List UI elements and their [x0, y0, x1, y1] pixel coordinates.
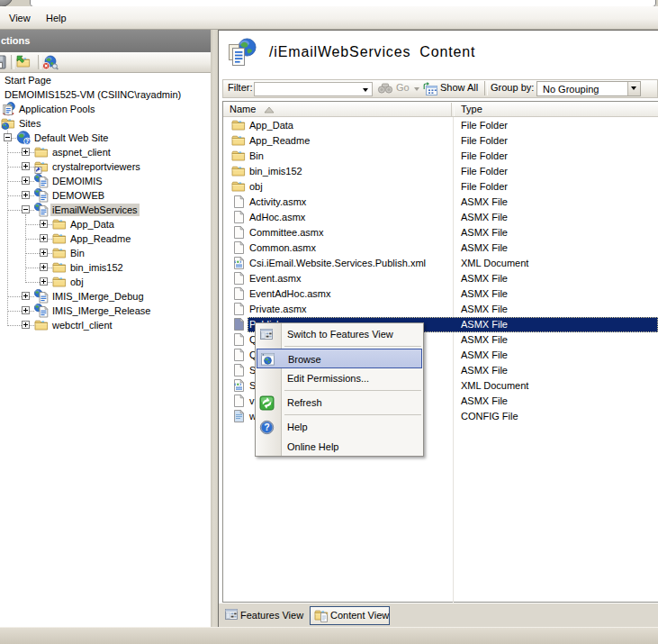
list-row-0[interactable]: App_DataFile Folder	[223, 118, 658, 133]
list-row-10[interactable]: Event.asmxASMX File	[223, 271, 658, 286]
tree-item-app-readme[interactable]: App_Readme	[0, 231, 211, 246]
show-all-button[interactable]: Show All	[440, 82, 478, 93]
file-type: ASMX File	[461, 349, 508, 361]
filter-input[interactable]	[254, 82, 373, 96]
file-name: bin_imis152	[249, 166, 302, 177]
tree-item-label[interactable]: iEmailWebServices	[50, 204, 140, 216]
tree-expander-plus[interactable]	[22, 162, 30, 170]
tree-item-imis-imerge-release[interactable]: IMIS_IMerge_Release	[0, 304, 211, 318]
tree-expander-plus[interactable]	[40, 263, 48, 271]
list-row-9[interactable]: Csi.iEmail.Website.Services.Publish.xmlX…	[223, 256, 658, 271]
menu-help[interactable]: Help	[44, 11, 68, 25]
folder-icon	[231, 164, 246, 178]
tree-item-application-pools[interactable]: Application Pools	[0, 102, 211, 116]
tree-expander-minus[interactable]	[22, 205, 30, 213]
menu-item-refresh[interactable]: Refresh	[257, 393, 422, 413]
column-header-type[interactable]: Type	[461, 104, 482, 114]
tree-item-bin-imis152[interactable]: bin_imis152	[0, 260, 211, 275]
list-row-3[interactable]: bin_imis152File Folder	[223, 164, 658, 179]
tree-item-iemailwebservices[interactable]: iEmailWebServices	[0, 203, 211, 217]
save-connections-icon[interactable]	[0, 55, 6, 69]
tree-expander-plus[interactable]	[40, 249, 48, 257]
tree-expander-plus[interactable]	[40, 220, 48, 228]
tree-item-label[interactable]: App_Data	[68, 218, 116, 231]
menu-item-help[interactable]: ?Help	[257, 417, 422, 437]
menu-item-online-help[interactable]: Online Help	[257, 437, 422, 457]
tree-item-label[interactable]: IMIS_IMerge_Debug	[50, 290, 146, 303]
tree-expander-plus[interactable]	[22, 292, 30, 300]
filter-dropdown-button[interactable]	[360, 83, 372, 95]
file-name: v	[249, 395, 255, 407]
menu-item-edit-permissions-[interactable]: Edit Permissions...	[257, 368, 422, 388]
tree-item-label[interactable]: IMIS_IMerge_Release	[50, 304, 152, 317]
tree-expander-plus[interactable]	[22, 148, 30, 156]
delete-connection-icon[interactable]	[42, 55, 59, 70]
tree-item-demoimis[interactable]: DEMOIMIS	[0, 174, 211, 188]
tab-content-view[interactable]: Content View	[310, 606, 390, 625]
tree-item-label[interactable]: bin_imis152	[68, 261, 125, 274]
tree-item-aspnet-client[interactable]: aspnet_client	[0, 145, 211, 159]
tree-item-sites[interactable]: Sites	[0, 116, 211, 131]
tree-item-start-page[interactable]: Start Page	[0, 73, 211, 87]
file-type: ASMX File	[461, 196, 508, 208]
tree-expander-plus[interactable]	[40, 277, 48, 286]
tree-expander-plus[interactable]	[22, 321, 30, 329]
go-button[interactable]: Go	[396, 82, 410, 93]
tree-expander-plus[interactable]	[40, 234, 48, 242]
tree-item-bin[interactable]: Bin	[0, 246, 211, 260]
menu-view[interactable]: View	[7, 11, 32, 25]
tree-item-obj[interactable]: obj	[0, 275, 211, 289]
tree-item-imis-imerge-debug[interactable]: IMIS_IMerge_Debug	[0, 289, 211, 304]
tree-item-label[interactable]: obj	[68, 276, 86, 288]
tree-item-label[interactable]: App_Readme	[68, 232, 132, 245]
column-resize-handle[interactable]	[451, 103, 455, 116]
go-binoculars-icon[interactable]	[377, 81, 393, 95]
column-header-name[interactable]: Name	[230, 104, 256, 114]
list-row-8[interactable]: Common.asmxASMX File	[223, 240, 658, 256]
create-new-connection-icon[interactable]	[16, 55, 31, 69]
tree-item-app-data[interactable]: App_Data	[0, 217, 211, 231]
tab-features-view[interactable]: Features View	[224, 607, 307, 624]
list-row-7[interactable]: Committee.asmxASMX File	[223, 225, 658, 240]
file-name: App_Data	[249, 120, 293, 132]
application-icon	[34, 289, 49, 304]
tree-item-label[interactable]: Start Page	[3, 74, 53, 86]
tree-item-label[interactable]: DEMOWEB	[50, 189, 106, 202]
list-row-6[interactable]: AdHoc.asmxASMX File	[223, 210, 658, 225]
panel-splitter[interactable]	[211, 30, 218, 627]
list-row-2[interactable]: BinFile Folder	[223, 149, 658, 164]
tree-item-label[interactable]: webctrl_client	[50, 319, 114, 331]
tree-item-label[interactable]: Bin	[68, 247, 86, 259]
list-row-4[interactable]: objFile Folder	[223, 179, 658, 195]
go-options-dropdown[interactable]	[411, 81, 422, 95]
tree-item-webctrl-client[interactable]: webctrl_client	[0, 318, 211, 332]
group-by-select[interactable]: No Grouping	[536, 81, 641, 96]
tree-expander-plus[interactable]	[22, 177, 30, 185]
list-row-12[interactable]: Private.asmxASMX File	[223, 302, 658, 317]
tree-item-label[interactable]: Application Pools	[17, 103, 96, 115]
virtual-directory-icon	[34, 159, 49, 174]
menu-item-browse[interactable]: Browse	[257, 349, 422, 368]
tree-item-label[interactable]: Default Web Site	[32, 132, 110, 144]
tree-item-label[interactable]: DEMOIMIS1525-VM (CSIINC\rayadmin)	[3, 88, 183, 101]
tree-item-label[interactable]: DEMOIMIS	[50, 175, 104, 187]
tree-item-demoweb[interactable]: DEMOWEB	[0, 188, 211, 203]
tree-expander-plus[interactable]	[22, 191, 30, 199]
tree-item-label[interactable]: Sites	[17, 117, 42, 130]
tree-item-default-web-site[interactable]: ?Default Web Site	[0, 131, 211, 145]
menu-item-label: Browse	[288, 353, 321, 366]
tree-item-label[interactable]: crystalreportviewers	[50, 160, 142, 173]
tree-item-crystalreportviewers[interactable]: crystalreportviewers	[0, 159, 211, 174]
tree-item-label[interactable]: aspnet_client	[50, 146, 113, 159]
group-by-dropdown-button[interactable]	[627, 82, 640, 95]
tree-expander-plus[interactable]	[22, 306, 30, 314]
file-page-icon	[231, 225, 246, 240]
list-row-5[interactable]: Activity.asmxASMX File	[223, 195, 658, 210]
show-all-icon[interactable]	[423, 82, 438, 96]
tree-item-demoimis1525-vm-csiinc-rayadmin-[interactable]: DEMOIMIS1525-VM (CSIINC\rayadmin)	[0, 87, 211, 102]
menu-item-switch-to-features-view[interactable]: Switch to Features View	[257, 324, 422, 344]
list-row-1[interactable]: App_ReadmeFile Folder	[223, 133, 658, 149]
list-row-11[interactable]: EventAdHoc.asmxASMX File	[223, 286, 658, 302]
svg-text:?: ?	[264, 422, 269, 432]
tree-expander-minus[interactable]	[4, 133, 12, 141]
